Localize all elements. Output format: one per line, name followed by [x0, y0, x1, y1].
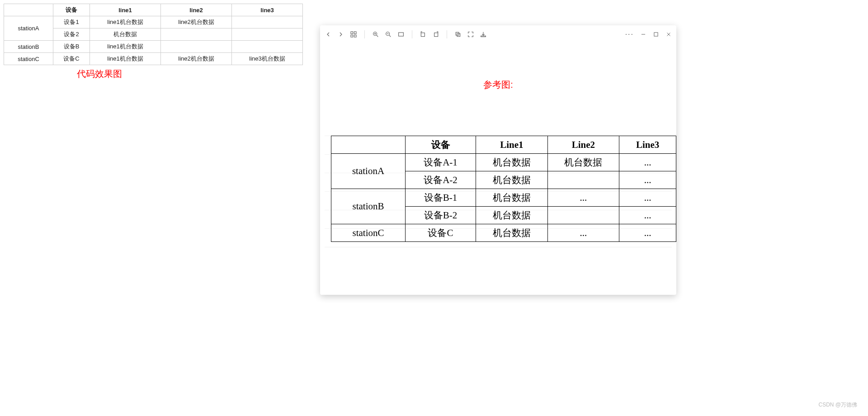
- table-row: stationB设备Bline1机台数据: [4, 41, 303, 53]
- line1-cell: 机台数据: [476, 189, 548, 207]
- image-viewer-window: ··· 参考图: 设备 Line1 Line2 Line3 stationA设备…: [320, 25, 676, 295]
- table-row: stationA设备1line1机台数据line2机台数据: [4, 16, 303, 28]
- svg-rect-12: [421, 33, 425, 37]
- device-cell: 设备A-2: [406, 171, 476, 189]
- viewer-toolbar: ···: [320, 25, 676, 43]
- close-icon[interactable]: [665, 31, 672, 38]
- svg-rect-0: [351, 32, 353, 34]
- line1-cell: 机台数据: [476, 207, 548, 224]
- station-cell: stationB: [4, 41, 53, 53]
- line3-cell: [232, 28, 303, 41]
- line2-cell: 机台数据: [547, 154, 619, 171]
- table-row: stationC设备C机台数据......: [331, 224, 676, 242]
- svg-line-9: [389, 35, 391, 37]
- watermark: CSDN @万德佛: [818, 401, 857, 409]
- line2-cell: ...: [547, 224, 619, 242]
- ref-hdr-station: [331, 136, 406, 154]
- zoom-in-icon[interactable]: [372, 31, 379, 38]
- more-icon[interactable]: ···: [625, 30, 634, 38]
- line1-cell: line1机台数据: [90, 16, 161, 28]
- maximize-icon[interactable]: [653, 31, 659, 38]
- line1-cell: 机台数据: [476, 171, 548, 189]
- station-cell: stationB: [331, 189, 406, 224]
- line3-cell: line3机台数据: [232, 53, 303, 65]
- hdr-line2: line2: [161, 4, 232, 16]
- line3-cell: ...: [619, 189, 676, 207]
- line2-cell: [547, 207, 619, 224]
- line1-cell: line1机台数据: [90, 41, 161, 53]
- device-cell: 设备C: [406, 224, 476, 242]
- table-row: stationA设备A-1机台数据机台数据...: [331, 154, 676, 171]
- svg-rect-13: [434, 33, 438, 37]
- svg-rect-2: [351, 35, 353, 37]
- line1-cell: line1机台数据: [90, 53, 161, 65]
- ref-hdr-line3: Line3: [619, 136, 676, 154]
- svg-line-5: [377, 35, 378, 37]
- device-cell: 设备B-2: [406, 207, 476, 224]
- line3-cell: ...: [619, 207, 676, 224]
- ref-hdr-line1: Line1: [476, 136, 548, 154]
- line2-cell: ...: [547, 189, 619, 207]
- hdr-line1: line1: [90, 4, 161, 16]
- line3-cell: ...: [619, 224, 676, 242]
- rotate-left-icon[interactable]: [420, 31, 427, 38]
- line2-cell: [547, 171, 619, 189]
- station-cell: stationC: [4, 53, 53, 65]
- line1-cell: 机台数据: [90, 28, 161, 41]
- table-row: stationC设备Cline1机台数据line2机台数据line3机台数据: [4, 53, 303, 65]
- device-cell: 设备1: [53, 16, 90, 28]
- line2-cell: [161, 28, 232, 41]
- device-cell: 设备B: [53, 41, 90, 53]
- back-icon[interactable]: [325, 31, 332, 38]
- download-icon[interactable]: [480, 31, 487, 38]
- line3-cell: ...: [619, 171, 676, 189]
- line1-cell: 机台数据: [476, 154, 548, 171]
- fullscreen-icon[interactable]: [467, 31, 474, 38]
- copy-icon[interactable]: [454, 31, 462, 38]
- fit-icon[interactable]: [397, 31, 405, 38]
- line2-cell: [161, 41, 232, 53]
- hdr-device: 设备: [53, 4, 90, 16]
- device-cell: 设备B-1: [406, 189, 476, 207]
- svg-rect-11: [399, 33, 404, 36]
- line1-cell: 机台数据: [476, 224, 548, 242]
- svg-rect-15: [457, 33, 460, 37]
- station-cell: stationC: [331, 224, 406, 242]
- station-cell: stationA: [4, 16, 53, 41]
- gallery-icon[interactable]: [350, 31, 357, 38]
- svg-rect-3: [354, 35, 356, 37]
- device-cell: 设备2: [53, 28, 90, 41]
- station-cell: stationA: [331, 154, 406, 189]
- line2-cell: line2机台数据: [161, 53, 232, 65]
- forward-icon[interactable]: [337, 31, 344, 38]
- caption-right: 参考图:: [320, 79, 676, 91]
- caption-left: 代码效果图: [77, 68, 122, 80]
- line3-cell: [232, 16, 303, 28]
- reference-table: 设备 Line1 Line2 Line3 stationA设备A-1机台数据机台…: [331, 136, 676, 242]
- rotate-right-icon[interactable]: [432, 31, 439, 38]
- line2-cell: line2机台数据: [161, 16, 232, 28]
- line3-cell: ...: [619, 154, 676, 171]
- line3-cell: [232, 41, 303, 53]
- ref-hdr-device: 设备: [406, 136, 476, 154]
- svg-rect-1: [354, 32, 356, 34]
- hdr-station: [4, 4, 53, 16]
- hdr-line3: line3: [232, 4, 303, 16]
- svg-rect-19: [654, 33, 658, 36]
- result-table: 设备 line1 line2 line3 stationA设备1line1机台数…: [4, 4, 303, 65]
- ref-hdr-line2: Line2: [547, 136, 619, 154]
- table-row: stationB设备B-1机台数据......: [331, 189, 676, 207]
- svg-rect-14: [456, 32, 459, 35]
- zoom-out-icon[interactable]: [385, 31, 392, 38]
- device-cell: 设备C: [53, 53, 90, 65]
- device-cell: 设备A-1: [406, 154, 476, 171]
- minimize-icon[interactable]: [640, 31, 646, 38]
- svg-rect-17: [481, 36, 486, 37]
